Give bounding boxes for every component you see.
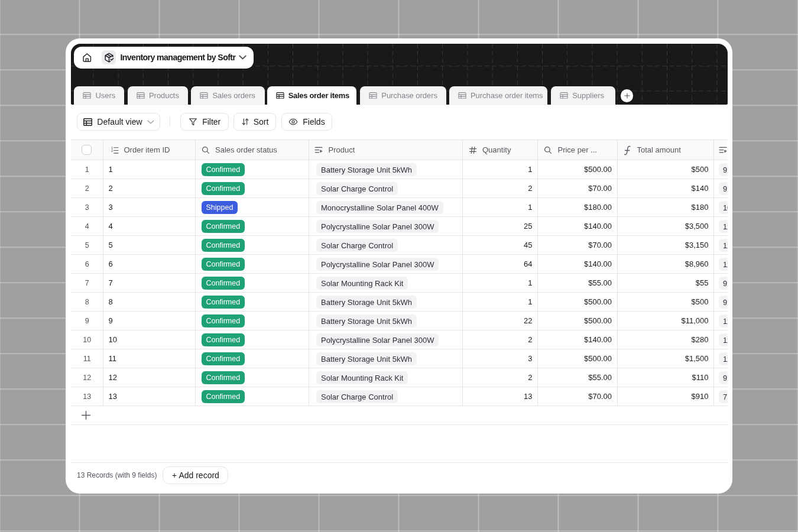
svg-text:2: 2: [111, 149, 113, 153]
